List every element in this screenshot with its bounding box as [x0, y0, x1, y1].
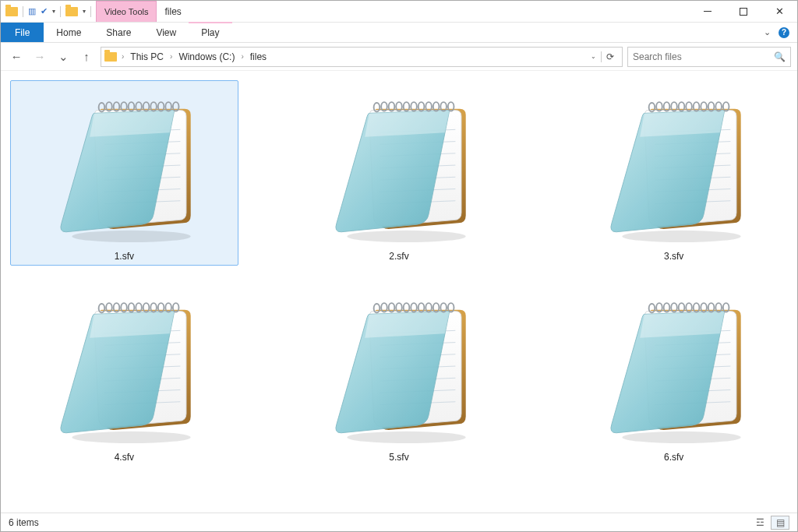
window-title-text: files	[164, 6, 181, 17]
breadcrumb-drive[interactable]: Windows (C:)	[175, 51, 238, 62]
tab-home[interactable]: Home	[44, 23, 94, 42]
tab-label: Share	[106, 27, 131, 38]
breadcrumb-separator[interactable]: ›	[239, 52, 245, 61]
file-tab[interactable]: File	[1, 23, 44, 42]
back-arrow-icon: ←	[11, 51, 23, 62]
address-dropdown-icon[interactable]: ⌄	[588, 53, 599, 60]
svg-point-19	[347, 231, 465, 242]
file-icon-wrap	[38, 84, 210, 248]
tab-label: View	[156, 27, 176, 38]
file-icon-wrap	[313, 285, 485, 449]
tab-label: Play	[201, 27, 219, 38]
forward-arrow-icon: →	[34, 51, 46, 62]
help-icon[interactable]: ?	[779, 27, 789, 38]
notepad-file-icon	[42, 88, 206, 244]
back-button[interactable]: ←	[7, 48, 26, 66]
up-arrow-icon: ↑	[83, 51, 90, 62]
breadcrumb-separator[interactable]: ›	[120, 52, 125, 61]
search-input[interactable]	[633, 51, 769, 62]
svg-point-95	[622, 432, 740, 443]
file-tab-label: File	[15, 27, 30, 38]
title-bar: ▥ ✔ ▾ ▾ Video Tools files ✕	[1, 1, 797, 23]
file-label: 5.sfv	[389, 452, 408, 463]
file-grid: 1.sfv	[1, 71, 797, 476]
ribbon-tabs: File Home Share View Play ⌄ ?	[1, 23, 797, 43]
qat-folder-icon[interactable]	[65, 7, 78, 16]
notepad-file-icon	[592, 88, 756, 244]
tab-view[interactable]: View	[143, 23, 189, 42]
tab-share[interactable]: Share	[94, 23, 143, 42]
file-icon-wrap	[588, 84, 760, 248]
quick-access-toolbar: ▥ ✔ ▾ ▾	[1, 1, 96, 22]
file-label: 2.sfv	[389, 251, 408, 262]
forward-button[interactable]: →	[30, 48, 49, 66]
chevron-down-icon: ⌄	[58, 51, 69, 62]
recent-locations-button[interactable]: ⌄	[54, 48, 72, 66]
file-label: 4.sfv	[115, 452, 134, 463]
contextual-tools-header: Video Tools	[96, 1, 157, 22]
file-item[interactable]: 4.sfv	[10, 281, 238, 467]
navigation-bar: ← → ⌄ ↑ › This PC › Windows (C:) › files…	[1, 43, 797, 71]
file-pane[interactable]: 1.sfv	[1, 71, 797, 513]
file-item[interactable]: 5.sfv	[285, 281, 514, 467]
tab-label: Home	[56, 27, 81, 38]
breadcrumb-separator[interactable]: ›	[168, 52, 174, 61]
app-folder-icon	[5, 7, 18, 16]
status-bar: 6 items ☲ ▤	[1, 513, 797, 531]
file-icon-wrap	[313, 84, 485, 248]
notepad-file-icon	[592, 289, 756, 445]
maximize-button[interactable]	[726, 1, 761, 22]
separator	[60, 6, 61, 17]
file-label: 1.sfv	[115, 251, 134, 262]
file-item[interactable]: 3.sfv	[560, 80, 788, 266]
file-label: 3.sfv	[664, 251, 683, 262]
qat-check-icon[interactable]: ✔	[41, 6, 48, 16]
ribbon-collapse-icon[interactable]: ⌄	[764, 27, 771, 37]
separator	[90, 6, 91, 17]
svg-point-76	[347, 432, 465, 443]
file-item[interactable]: 1.sfv	[10, 80, 238, 266]
refresh-button[interactable]: ⟳	[601, 51, 619, 62]
file-icon-wrap	[38, 285, 210, 449]
notepad-file-icon	[317, 88, 481, 244]
separator	[23, 6, 23, 17]
file-label: 6.sfv	[664, 452, 683, 463]
qat-dropdown-icon[interactable]: ▾	[83, 8, 86, 15]
file-icon-wrap	[588, 285, 760, 449]
notepad-file-icon	[317, 289, 481, 445]
folder-icon	[104, 52, 117, 62]
tab-play[interactable]: Play	[189, 22, 231, 42]
notepad-file-icon	[42, 289, 206, 445]
details-view-button[interactable]: ☲	[750, 516, 769, 530]
search-box[interactable]: 🔍	[627, 47, 791, 67]
up-button[interactable]: ↑	[77, 48, 96, 66]
breadcrumb-folder[interactable]: files	[247, 51, 270, 62]
svg-point-38	[622, 231, 740, 242]
file-item[interactable]: 2.sfv	[285, 80, 514, 266]
close-button[interactable]: ✕	[761, 1, 797, 22]
search-icon[interactable]: 🔍	[774, 51, 786, 62]
qat-properties-icon[interactable]: ▥	[28, 6, 36, 16]
svg-point-0	[72, 231, 191, 242]
icons-view-button[interactable]: ▤	[771, 516, 789, 530]
contextual-tools-label: Video Tools	[104, 7, 148, 16]
item-count: 6 items	[9, 517, 39, 528]
file-item[interactable]: 6.sfv	[560, 281, 788, 467]
address-bar[interactable]: › This PC › Windows (C:) › files ⌄ ⟳	[101, 47, 623, 67]
minimize-button[interactable]	[690, 1, 726, 22]
svg-point-57	[72, 432, 191, 443]
breadcrumb-this-pc[interactable]: This PC	[127, 51, 167, 62]
window-controls: ✕	[690, 1, 797, 22]
window-title: files	[157, 1, 189, 22]
qat-dropdown-icon[interactable]: ▾	[52, 8, 55, 15]
